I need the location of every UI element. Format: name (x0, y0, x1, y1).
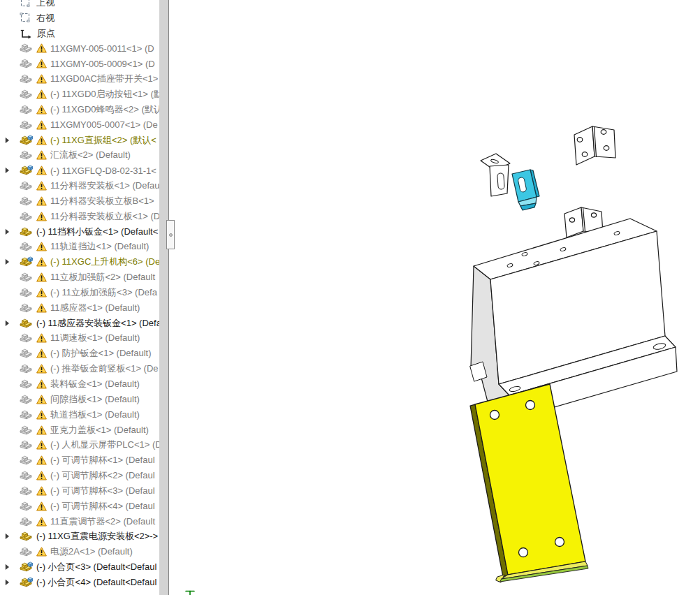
tree-item[interactable]: (-) 可调节脚杯<4> (Defaul (0, 499, 159, 514)
part-icon (19, 180, 34, 191)
tree-item[interactable]: 原点 (0, 26, 159, 41)
warning-icon (36, 272, 47, 282)
tree-item-label: 原点 (37, 27, 55, 40)
tree-item[interactable]: 11XGMY-005-0011<1> (D (0, 41, 159, 57)
expand-arrow-icon[interactable] (5, 320, 10, 327)
tree-item[interactable]: 11XGMY-005-0009<1> (D (0, 56, 159, 71)
tree-item[interactable]: (-) 人机显示屏带PLC<1> (D (0, 437, 159, 453)
warning-icon (36, 501, 47, 511)
part-icon (19, 196, 34, 207)
tree-item-label: 亚克力盖板<1> (Default) (50, 424, 149, 436)
warning-icon (36, 471, 47, 480)
part-icon (19, 287, 34, 298)
part-icon (19, 409, 34, 420)
warning-icon (36, 517, 47, 527)
warning-icon (36, 242, 47, 251)
warning-icon (36, 135, 47, 145)
tree-item-label: (-) 11感应器安装钣金<1> (Defa (36, 317, 159, 330)
viewport[interactable] (169, 0, 700, 595)
tree-scrollbar[interactable] (159, 0, 168, 595)
feature-tree-panel[interactable]: 上视 右视 原点 11XGMY-005-0011<1> (D (0, 0, 159, 595)
tree-item[interactable]: 11XGMY005-0007<1> (De (0, 117, 159, 133)
expand-arrow-icon[interactable] (5, 564, 10, 571)
tree-item[interactable]: (-) 小合页<3> (Default<Defaul (0, 559, 159, 575)
tree-item[interactable]: (-) 可调节脚杯<2> (Defaul (0, 468, 159, 483)
warning-icon (36, 196, 47, 206)
part-icon (19, 58, 34, 69)
model-part-z-bracket[interactable] (481, 154, 510, 196)
tree-item-label: 11感应器<1> (Default) (50, 302, 140, 314)
warning-icon (36, 333, 47, 343)
tree-item-label: (-) 11XGD0蜂鸣器<2> (默认 (50, 103, 159, 116)
warning-icon (36, 150, 47, 160)
warning-icon (36, 547, 47, 557)
tree-item[interactable]: 间隙挡板<1> (Default) (0, 392, 159, 407)
warning-icon (36, 288, 47, 298)
tree-item[interactable]: (-) 11XGC上升机构<6> (De (0, 254, 159, 270)
warning-icon (36, 440, 47, 450)
part-icon-yellow (19, 318, 34, 329)
tree-item[interactable]: 11XGD0AC插座带开关<1> (0, 71, 159, 87)
tree-item[interactable]: (-) 11立板加强筋<3> (Defa (0, 285, 159, 300)
model-part-cyan-clip[interactable] (512, 170, 539, 210)
tree-item[interactable]: 11分料器安装板立板<1> (D (0, 209, 159, 224)
tree-item[interactable]: (-) 11XGD0蜂鸣器<2> (默认 (0, 102, 159, 117)
model-part-hinge-top[interactable] (574, 126, 615, 165)
tree-item-label: 间隙挡板<1> (Default) (50, 393, 140, 406)
tree-item[interactable]: 11感应器<1> (Default) (0, 300, 159, 316)
tree-item[interactable]: (-) 11感应器安装钣金<1> (Defa (0, 316, 159, 331)
tree-item[interactable]: 电源2A<1> (Default) (0, 544, 159, 559)
assembly-icon (19, 165, 34, 176)
expand-arrow-icon[interactable] (5, 228, 10, 235)
tree-item[interactable]: (-) 11挡料小钣金<1> (Default< (0, 224, 159, 240)
tree-item-label: 电源2A<1> (Default) (50, 545, 133, 558)
tree-item[interactable]: (-) 11XG直震电源安装板<2>-> (0, 529, 159, 545)
tree-item[interactable]: 11分料器安装板<1> (Defau (0, 178, 159, 193)
tree-item[interactable]: 亚克力盖板<1> (Default) (0, 423, 159, 438)
plane-icon (19, 13, 31, 23)
model-part-base-block[interactable] (470, 219, 677, 420)
expand-arrow-icon[interactable] (5, 533, 10, 540)
tree-item[interactable]: (-) 11XG直振组<2> (默认< (0, 133, 159, 148)
tree-item[interactable]: (-) 11XGFLQ-D8-02-31-1< (0, 163, 159, 178)
expand-arrow-icon[interactable] (5, 137, 10, 144)
assembly-icon (19, 256, 34, 267)
part-icon (19, 394, 34, 405)
tree-item[interactable]: 11分料器安装板立板B<1> (0, 193, 159, 209)
part-icon (19, 332, 34, 344)
part-icon-yellow (19, 226, 34, 237)
model-part-yellow-plate[interactable] (470, 384, 588, 582)
tree-item[interactable]: (-) 推举钣金前竖板<1> (De (0, 361, 159, 376)
part-icon-yellow (19, 531, 34, 542)
tree-item[interactable]: (-) 小合页<4> (Default<Defaul (0, 575, 159, 590)
tree-item-label: (-) 11XG直震电源安装板<2>-> (36, 530, 158, 543)
warning-icon (36, 348, 47, 358)
tree-item[interactable]: (-) 防护钣金<1> (Default) (0, 346, 159, 361)
tree-item[interactable]: 汇流板<2> (Default) (0, 147, 159, 163)
warning-icon (36, 303, 47, 313)
tree-item[interactable]: (-) 11XGD0启动按钮<1> (默 (0, 87, 159, 102)
tree-item[interactable]: 轨道挡板<1> (Default) (0, 407, 159, 423)
tree-item[interactable]: 上视 (0, 0, 159, 10)
tree-item[interactable]: 11立板加强筋<2> (Default (0, 270, 159, 285)
part-icon (19, 363, 34, 374)
expand-arrow-icon[interactable] (5, 258, 10, 265)
tree-item-label: 右视 (36, 12, 54, 24)
tree-item-label: (-) 推举钣金前竖板<1> (De (50, 362, 159, 375)
tree-item-label: 上视 (36, 0, 54, 9)
warning-icon (36, 395, 47, 404)
origin-icon (19, 28, 31, 39)
tree-item[interactable]: 右视 (0, 10, 159, 26)
expand-arrow-icon[interactable] (5, 579, 10, 586)
tree-item[interactable]: (-) 可调节脚杯<3> (Defaul (0, 483, 159, 499)
tree-item[interactable]: 11轨道挡边<1> (Default) (0, 240, 159, 255)
tree-item[interactable]: 11直震调节器<2> (Default (0, 514, 159, 529)
expand-arrow-icon[interactable] (5, 167, 10, 174)
tree-item[interactable]: 装料钣金<1> (Default) (0, 376, 159, 392)
part-icon (19, 485, 34, 497)
panel-splitter-handle[interactable] (166, 220, 175, 249)
assembly-icon (19, 561, 34, 573)
splitter-dot-icon (169, 233, 173, 237)
tree-item[interactable]: (-) 可调节脚杯<1> (Defaul (0, 453, 159, 468)
tree-item[interactable]: 11调速板<1> (Default) (0, 331, 159, 346)
